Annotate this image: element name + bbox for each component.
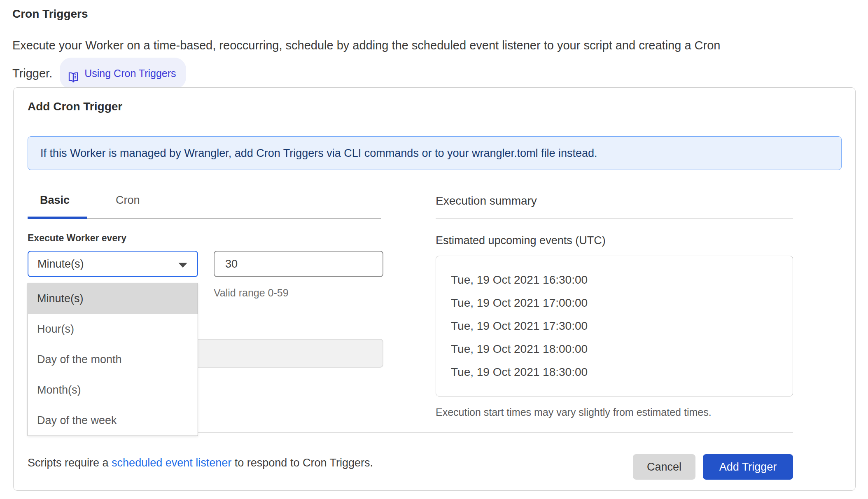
event-row: Tue, 19 Oct 2021 17:30:00	[451, 315, 793, 338]
event-row: Tue, 19 Oct 2021 18:00:00	[451, 338, 793, 361]
add-trigger-button[interactable]: Add Trigger	[703, 454, 793, 480]
scheduled-event-listener-link[interactable]: scheduled event listener	[112, 457, 231, 469]
active-tab-indicator	[28, 217, 87, 219]
add-cron-trigger-card: Add Cron Trigger If this Worker is manag…	[13, 87, 856, 491]
execute-worker-every-label: Execute Worker every	[28, 233, 126, 244]
dropdown-option-day-of-month[interactable]: Day of the month	[28, 344, 198, 375]
wrangler-info-banner: If this Worker is managed by Wrangler, a…	[28, 136, 842, 170]
dropdown-option-months[interactable]: Month(s)	[28, 375, 198, 405]
event-row: Tue, 19 Oct 2021 18:30:00	[451, 361, 793, 384]
tab-cron[interactable]: Cron	[103, 194, 140, 217]
estimated-events-subtitle: Estimated upcoming events (UTC)	[436, 234, 606, 247]
footer-text-before: Scripts require a	[28, 457, 112, 469]
cron-triggers-page: Cron Triggers Execute your Worker on a t…	[0, 0, 868, 499]
using-cron-triggers-link[interactable]: Using Cron Triggers	[60, 58, 186, 89]
book-icon	[67, 67, 79, 79]
footer-text-after: to respond to Cron Triggers.	[231, 457, 373, 469]
description-line-1: Execute your Worker on a time-based, reo…	[12, 33, 720, 58]
event-row: Tue, 19 Oct 2021 17:00:00	[451, 291, 793, 315]
description-line-2: Trigger.	[12, 61, 52, 86]
interval-value: 30	[225, 258, 238, 270]
card-title: Add Cron Trigger	[28, 100, 122, 113]
footer-text: Scripts require a scheduled event listen…	[28, 457, 373, 469]
interval-unit-select[interactable]: Minute(s)	[28, 251, 198, 277]
interval-unit-value: Minute(s)	[37, 258, 84, 270]
execution-summary-title: Execution summary	[436, 194, 537, 208]
page-description: Execute your Worker on a time-based, reo…	[12, 33, 720, 89]
chevron-down-icon	[178, 263, 187, 268]
dropdown-option-minutes[interactable]: Minute(s)	[28, 283, 198, 314]
summary-divider	[436, 218, 793, 219]
interval-value-input[interactable]: 30	[214, 251, 383, 277]
wrangler-info-text: If this Worker is managed by Wrangler, a…	[40, 147, 597, 160]
mode-tabs: Basic Cron	[28, 194, 140, 217]
cancel-button[interactable]: Cancel	[633, 454, 695, 480]
execution-times-note: Execution start times may vary slightly …	[436, 406, 712, 418]
event-row: Tue, 19 Oct 2021 16:30:00	[451, 268, 793, 291]
dropdown-option-day-of-week[interactable]: Day of the week	[28, 405, 198, 436]
dropdown-option-hours[interactable]: Hour(s)	[28, 314, 198, 344]
tab-basic[interactable]: Basic	[28, 194, 70, 217]
page-title: Cron Triggers	[12, 7, 88, 21]
using-cron-triggers-label: Using Cron Triggers	[84, 61, 176, 86]
valid-range-helper: Valid range 0-59	[214, 287, 289, 299]
interval-unit-dropdown: Minute(s) Hour(s) Day of the month Month…	[28, 283, 198, 436]
estimated-events-list: Tue, 19 Oct 2021 16:30:00 Tue, 19 Oct 20…	[436, 256, 793, 396]
